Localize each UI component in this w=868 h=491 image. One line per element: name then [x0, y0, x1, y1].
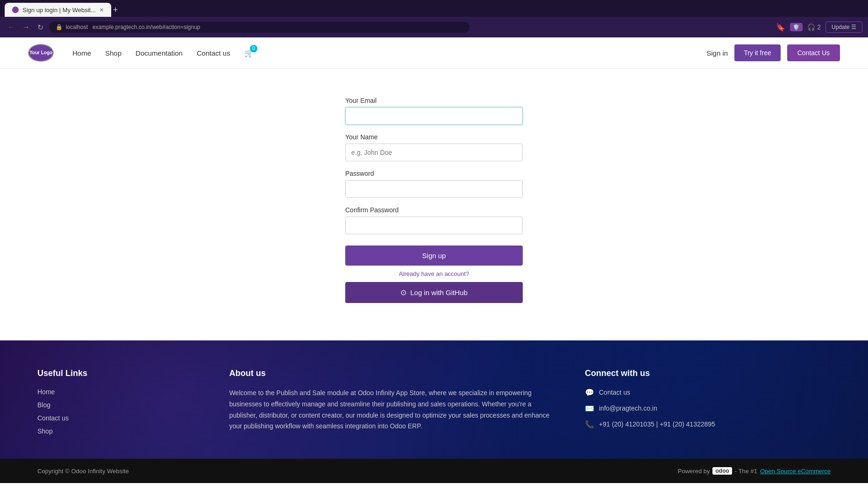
main-content: Your Email Your Name Password Confirm Pa…	[0, 69, 868, 340]
connect-phone-text: +91 (20) 41201035 | +91 (20) 41322895	[599, 420, 715, 428]
github-icon: ⊙	[400, 288, 406, 297]
name-input[interactable]	[345, 144, 523, 161]
list-item: Blog	[37, 401, 201, 409]
nav-shop[interactable]: Shop	[105, 49, 121, 57]
password-group: Password	[345, 170, 523, 198]
github-login-button[interactable]: ⊙ Log in with GitHub	[345, 282, 523, 303]
url-text: 🔒 localhost example.pragtech.co.in/web#a…	[56, 24, 200, 30]
open-source-link[interactable]: Open Source eCommerce	[760, 468, 831, 475]
footer-link-home[interactable]: Home	[37, 388, 55, 396]
connect-contact-us: 💬 Contact us	[585, 388, 831, 397]
list-item: Home	[37, 388, 201, 396]
connect-email-text[interactable]: info@pragtech.co.in	[599, 404, 657, 412]
brave-shield[interactable]: 🛡️	[790, 23, 803, 31]
copyright-text: Copyright © Odoo Infinity Website	[37, 468, 129, 475]
toolbar-right: 🔖 🛡️ 🎧 2 Update ☰	[776, 22, 862, 33]
useful-links-title: Useful Links	[37, 368, 201, 378]
wallet-icon[interactable]: 🎧 2	[807, 23, 821, 31]
tab-bar: Sign up login | My Websit... ✕ +	[0, 0, 868, 17]
tab-favicon	[12, 7, 19, 13]
powered-by: Powered by odoo - The #1 Open Source eCo…	[678, 467, 831, 475]
connect-phone: 📞 +91 (20) 41201035 | +91 (20) 41322895	[585, 419, 831, 429]
browser-chrome: Sign up login | My Websit... ✕ + ← → ↻ 🔒…	[0, 0, 868, 37]
site-nav: Home Shop Documentation Contact us 🛒 0	[72, 49, 706, 58]
name-group: Your Name	[345, 133, 523, 161]
about-title: About us	[229, 368, 557, 378]
active-tab[interactable]: Sign up login | My Websit... ✕	[5, 3, 111, 17]
powered-by-suffix: - The #1	[735, 468, 757, 475]
connect-title: Connect with us	[585, 368, 831, 378]
footer-grid: Useful Links Home Blog Contact us Shop A…	[37, 368, 831, 440]
nav-home[interactable]: Home	[72, 49, 91, 57]
site-footer: Useful Links Home Blog Contact us Shop A…	[0, 340, 868, 459]
connect-email: ✉️ info@pragtech.co.in	[585, 404, 831, 413]
browser-toolbar: ← → ↻ 🔒 localhost example.pragtech.co.in…	[0, 17, 868, 37]
already-account-link[interactable]: Already have an account?	[399, 270, 469, 277]
signup-button[interactable]: Sign up	[345, 246, 523, 266]
footer-about-section: About us Welcome to the Publish and Sale…	[229, 368, 557, 440]
tab-title: Sign up login | My Websit...	[22, 7, 96, 14]
email-icon: ✉️	[585, 404, 594, 413]
signup-form: Your Email Your Name Password Confirm Pa…	[345, 97, 523, 303]
update-button[interactable]: Update ☰	[825, 22, 862, 33]
back-button[interactable]: ←	[6, 21, 17, 33]
footer-useful-links-section: Useful Links Home Blog Contact us Shop	[37, 368, 201, 440]
site-header: Your Logo Home Shop Documentation Contac…	[0, 37, 868, 69]
email-group: Your Email	[345, 97, 523, 125]
password-input[interactable]	[345, 180, 523, 198]
logo-text: Your Logo	[29, 50, 52, 56]
nav-contact-us[interactable]: Contact us	[197, 49, 230, 57]
name-label: Your Name	[345, 133, 523, 141]
list-item: Shop	[37, 427, 201, 435]
cart-icon[interactable]: 🛒 0	[244, 49, 254, 58]
odoo-badge: odoo	[712, 467, 732, 475]
connect-contact-text[interactable]: Contact us	[599, 389, 630, 396]
footer-link-contact[interactable]: Contact us	[37, 414, 69, 422]
email-input[interactable]	[345, 107, 523, 125]
tab-close-button[interactable]: ✕	[100, 7, 104, 13]
header-right: Sign in Try it free Contact Us	[706, 44, 840, 61]
site-logo[interactable]: Your Logo	[28, 44, 54, 62]
forward-button[interactable]: →	[21, 21, 32, 33]
already-account-text: Already have an account?	[345, 270, 523, 277]
new-tab-button[interactable]: +	[113, 5, 118, 15]
contact-us-header-button[interactable]: Contact Us	[787, 44, 840, 61]
sign-in-link[interactable]: Sign in	[706, 49, 728, 57]
powered-by-prefix: Powered by	[678, 468, 710, 475]
logo-box: Your Logo	[28, 44, 54, 62]
chat-icon: 💬	[585, 388, 594, 397]
footer-link-blog[interactable]: Blog	[37, 401, 50, 409]
useful-links-list: Home Blog Contact us Shop	[37, 388, 201, 435]
reload-button[interactable]: ↻	[36, 21, 45, 34]
cart-badge: 0	[250, 45, 257, 52]
about-text: Welcome to the Publish and Sale module a…	[229, 388, 557, 432]
list-item: Contact us	[37, 414, 201, 422]
try-free-button[interactable]: Try it free	[734, 44, 781, 61]
nav-documentation[interactable]: Documentation	[135, 49, 183, 57]
confirm-password-group: Confirm Password	[345, 206, 523, 234]
footer-link-shop[interactable]: Shop	[37, 427, 53, 435]
password-label: Password	[345, 170, 523, 177]
confirm-password-label: Confirm Password	[345, 206, 523, 214]
email-label: Your Email	[345, 97, 523, 104]
bookmarks-icon[interactable]: 🔖	[776, 23, 785, 32]
footer-connect-section: Connect with us 💬 Contact us ✉️ info@pra…	[585, 368, 831, 440]
confirm-password-input[interactable]	[345, 217, 523, 234]
github-btn-label: Log in with GitHub	[410, 289, 468, 296]
copyright-bar: Copyright © Odoo Infinity Website Powere…	[0, 459, 868, 483]
address-bar[interactable]: 🔒 localhost example.pragtech.co.in/web#a…	[49, 22, 470, 33]
phone-icon: 📞	[585, 419, 594, 429]
